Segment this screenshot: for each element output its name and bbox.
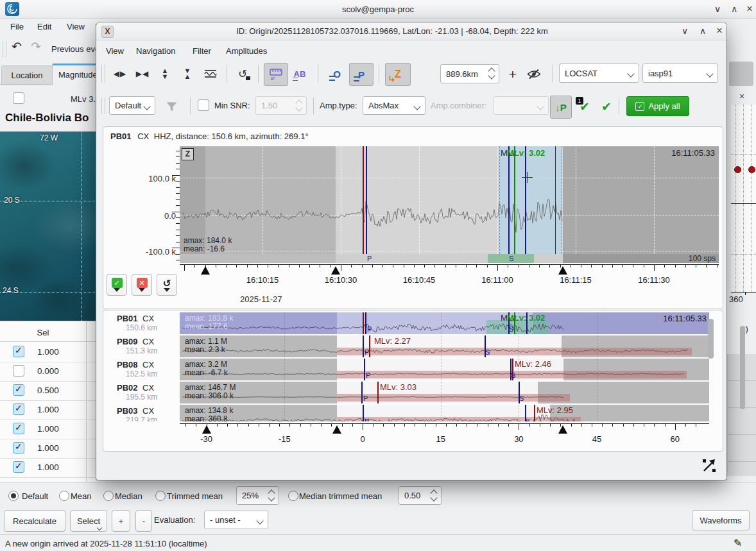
toolbar-handle[interactable] (101, 65, 105, 83)
station-row-label[interactable]: PB01CX150.6 km (103, 312, 180, 334)
pick-line[interactable] (363, 405, 364, 421)
undo-icon[interactable]: ↶ (12, 39, 22, 54)
reset-pick-button[interactable]: ↺ (157, 274, 177, 296)
map-view[interactable]: 72 W 20 S 24 S (0, 131, 96, 321)
row-select-checkbox[interactable]: ✓ (13, 384, 24, 396)
ruler-icon[interactable] (264, 63, 288, 86)
time-cursor-triangle[interactable] (201, 266, 210, 275)
collapse-vertical-icon[interactable]: ▼▲ (176, 63, 198, 85)
time-cursor-triangle[interactable] (331, 266, 340, 275)
evaluation-combo[interactable]: - unset - (204, 511, 268, 529)
row-select-checkbox[interactable]: ✓ (13, 403, 24, 415)
reset-zoom-icon[interactable]: ↺ (231, 63, 254, 85)
close-icon[interactable]: × (743, 3, 756, 15)
station-row-label[interactable]: PB09CX151.3 km (103, 335, 180, 357)
reject-pick-button[interactable]: ✕ (132, 274, 152, 296)
spinner-arrows-icon[interactable] (431, 491, 436, 500)
time-cursor-triangle[interactable] (202, 425, 211, 434)
radio-median[interactable] (103, 491, 114, 501)
row-select-checkbox[interactable] (13, 365, 24, 377)
pick-line[interactable] (363, 335, 364, 357)
accept-pick-button[interactable]: ✓ (107, 274, 127, 296)
menu-view[interactable]: View (67, 22, 85, 31)
station-row-label[interactable]: PB02CX195.5 km (103, 382, 180, 403)
hide-unpicked-eye-icon[interactable] (522, 63, 546, 85)
recalculate-button[interactable]: Recalculate (4, 510, 65, 532)
median-trim-spinbox[interactable]: 0.50 (399, 486, 442, 505)
pick-line[interactable] (377, 382, 379, 403)
amplitude-pick-line[interactable] (514, 146, 515, 254)
pick-line[interactable] (363, 312, 364, 334)
station-trace-row[interactable]: PSMLv: 2.27amax: 1.1 Mmean: 2.3 k (180, 335, 709, 357)
min-snr-checkbox[interactable] (198, 99, 209, 111)
station-trace-row[interactable]: PSMLv: 2.46amax: 3.2 Mmean: -6.7 k (180, 359, 709, 380)
expand-horizontal-icon[interactable]: ◀▶ (109, 63, 131, 85)
p-marker-line[interactable] (366, 146, 367, 254)
filter-combo[interactable]: Default (109, 96, 155, 115)
normalize-waveform-icon[interactable] (199, 63, 222, 85)
dialog-menu-filter[interactable]: Filter (193, 46, 211, 56)
row-select-checkbox[interactable]: ✓ (13, 442, 24, 454)
trim-percent-spinbox[interactable]: 25% (236, 486, 279, 505)
waveforms-button[interactable]: Waveforms (692, 510, 750, 530)
pencil-icon[interactable]: ✎ (734, 537, 742, 549)
dialog-menu-view[interactable]: View (106, 46, 124, 56)
menu-edit[interactable]: Edit (37, 22, 51, 31)
row-select-checkbox[interactable]: ✓ (13, 461, 24, 473)
p-pick-line[interactable] (363, 146, 364, 254)
radio-mean[interactable] (59, 491, 69, 501)
menu-file[interactable]: File (10, 22, 24, 31)
apply-all-button[interactable]: ✓ Apply all (626, 96, 689, 116)
scrollbar-thumb[interactable] (740, 326, 745, 409)
collapse-horizontal-icon[interactable]: ▶◀ (132, 63, 153, 85)
locator-combo[interactable]: LOCSAT (559, 64, 639, 83)
commit-picks-icon[interactable]: ✔ 1 (574, 96, 596, 117)
row-select-checkbox[interactable]: ✓ (13, 346, 24, 357)
plus-button[interactable]: + (112, 510, 130, 532)
panel-close-icon[interactable]: × (735, 90, 749, 102)
shade-icon[interactable]: ∨ (678, 25, 692, 37)
pick-line[interactable] (361, 382, 363, 403)
station-row-label[interactable]: PB08CX152.5 km (103, 359, 180, 380)
scrollbar-thumb[interactable] (708, 319, 714, 359)
distance-range-spinbox[interactable]: 889.6km (440, 64, 499, 83)
confirm-icon[interactable]: ✔ (596, 96, 617, 117)
waveform-plot[interactable]: Z MLv MLv: 3.02 16:11:05.33 amax: 184.0 … (180, 146, 719, 263)
s-marker-line[interactable] (508, 146, 510, 254)
radio-trimmed-mean[interactable] (155, 491, 166, 501)
close-icon[interactable]: × (712, 25, 726, 37)
expand-vertical-icon[interactable]: ▲▼ (154, 63, 176, 85)
station-trace-row[interactable]: PSMLvMLv: 3.02amax: 183.8 kmean: 177.616… (180, 312, 709, 334)
add-station-button[interactable]: + (503, 64, 523, 85)
station-trace-row[interactable]: PSMLv: 3.03amax: 146.7 Mmean: 306.0 k (180, 382, 709, 403)
ab-picker-icon[interactable]: AB (288, 63, 311, 85)
s-marker-line[interactable] (525, 146, 526, 254)
time-cursor-triangle[interactable] (558, 266, 567, 275)
station-row-label[interactable]: PB03CX219.7 km (103, 405, 180, 421)
pick-p-sort-icon[interactable]: ↓P (550, 96, 572, 119)
earth-model-combo[interactable]: iasp91 (642, 64, 718, 83)
maximize-icon[interactable]: ∧ (727, 3, 741, 15)
toolbar-handle[interactable] (101, 97, 105, 114)
spinner-arrows-icon[interactable] (269, 491, 274, 500)
align-origin-icon[interactable]: O (325, 63, 348, 85)
z-component-icon[interactable]: Z (385, 63, 411, 86)
amp-type-combo[interactable]: AbsMax (363, 96, 425, 115)
previous-event-button[interactable]: Previous eve (51, 44, 99, 54)
minus-button[interactable]: - (135, 510, 152, 532)
time-cursor-triangle[interactable] (558, 425, 567, 434)
pick-line[interactable] (365, 312, 366, 334)
shade-icon[interactable]: ∨ (710, 3, 725, 15)
maximize-icon[interactable]: ∧ (696, 25, 710, 37)
toolbar-handle[interactable] (3, 41, 6, 58)
align-p-icon[interactable]: P (349, 63, 374, 86)
pick-line[interactable] (534, 405, 535, 421)
diagonal-arrows-icon[interactable] (701, 458, 717, 473)
select-button[interactable]: Select (70, 510, 107, 532)
spinner-arrows-icon[interactable] (489, 69, 494, 78)
dialog-menu-navigation[interactable]: Navigation (136, 46, 175, 56)
magnitude-select-checkbox[interactable] (13, 92, 24, 104)
radio-median-trimmed-mean[interactable] (288, 491, 298, 501)
row-select-checkbox[interactable]: ✓ (13, 423, 24, 434)
radio-default[interactable] (8, 491, 19, 501)
